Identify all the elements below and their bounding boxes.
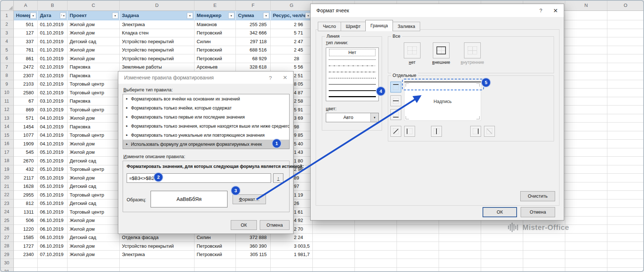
empty-cell[interactable] <box>607 225 644 234</box>
cell[interactable]: 02.10.2019 <box>38 71 67 80</box>
tab-граница[interactable]: Граница <box>365 20 393 31</box>
cell[interactable]: 1585 <box>14 234 38 242</box>
cell[interactable]: Детский сад <box>67 182 120 191</box>
row-number[interactable]: 3 <box>0 29 14 38</box>
filter-dropdown-button[interactable]: ▼ <box>112 12 118 18</box>
empty-cell[interactable] <box>607 97 644 106</box>
cell[interactable]: 2117 <box>14 174 38 182</box>
cell[interactable]: 1628 <box>14 182 38 191</box>
empty-cell[interactable] <box>439 259 481 268</box>
cell[interactable]: 571 <box>14 114 38 123</box>
row-number[interactable]: 8 <box>0 71 14 80</box>
column-header-E[interactable]: Менеджер▼ <box>194 11 236 20</box>
empty-cell[interactable] <box>565 97 607 106</box>
empty-cell[interactable] <box>355 242 397 251</box>
column-letter-F[interactable]: F <box>236 0 271 11</box>
column-header-F[interactable]: Сумма▼ <box>236 11 271 20</box>
row-number[interactable]: 23 <box>0 199 14 208</box>
line-style-none-option[interactable]: Нет <box>329 49 376 57</box>
cell[interactable]: Арсеньев <box>194 63 236 72</box>
help-icon[interactable]: ? <box>540 8 542 13</box>
cell[interactable]: 255 285 <box>236 20 271 29</box>
formula-input[interactable] <box>127 173 271 183</box>
cell[interactable]: 06.10.2019 <box>38 242 67 251</box>
cell[interactable]: Петровский <box>194 46 236 55</box>
cell[interactable]: 869 <box>14 106 38 114</box>
row-number[interactable]: 21 <box>0 182 14 191</box>
filter-dropdown-button[interactable]: ▼ <box>30 12 36 18</box>
cell[interactable]: Кладка стен <box>120 29 194 38</box>
row-number[interactable]: 1 <box>0 11 14 20</box>
cell[interactable]: 68 929 <box>236 54 271 63</box>
right-border-button[interactable] <box>470 126 481 137</box>
empty-cell[interactable] <box>481 268 523 272</box>
filter-dropdown-button[interactable]: ▼ <box>187 12 193 18</box>
row-number[interactable]: 22 <box>0 191 14 199</box>
cell[interactable]: 3 003,5 <box>271 242 313 251</box>
cancel-button[interactable]: Отмена <box>260 220 290 230</box>
rule-type-option[interactable]: ►Форматировать все ячейки на основании и… <box>123 94 289 103</box>
cell[interactable]: Жилой дом <box>67 114 120 123</box>
empty-cell[interactable] <box>397 251 439 259</box>
cell[interactable]: 05.10.2019 <box>38 174 67 182</box>
cell[interactable]: Жилой дом <box>67 140 120 148</box>
cell[interactable] <box>194 259 236 268</box>
cell[interactable]: Жилой дом <box>67 174 120 182</box>
empty-cell[interactable] <box>565 157 607 165</box>
empty-cell[interactable] <box>607 234 644 242</box>
bottom-border-button[interactable] <box>390 109 401 120</box>
tab-число[interactable]: Число <box>318 22 341 31</box>
cell[interactable] <box>14 268 38 272</box>
clear-button[interactable]: Очистить <box>520 191 555 201</box>
cell[interactable]: 28 <box>271 54 313 63</box>
row-number[interactable]: 6 <box>0 54 14 63</box>
top-border-button[interactable] <box>390 82 401 92</box>
empty-cell[interactable] <box>397 259 439 268</box>
cell[interactable]: Торговый центр <box>67 208 120 217</box>
column-header-A[interactable]: Номер▼ <box>14 11 38 20</box>
column-header-C[interactable]: Проект▼ <box>67 11 120 20</box>
cell[interactable]: Детский сад <box>67 37 120 46</box>
empty-cell[interactable] <box>607 71 644 80</box>
cell[interactable]: Парковка <box>67 97 120 106</box>
line-style-option-dotted[interactable] <box>329 57 376 63</box>
empty-cell[interactable] <box>565 165 607 174</box>
cell[interactable]: 297 118 <box>236 37 271 46</box>
empty-cell[interactable] <box>565 29 607 38</box>
row-number[interactable]: 15 <box>0 131 14 140</box>
tab-шрифт[interactable]: Шрифт <box>341 22 366 31</box>
cell[interactable]: 2 24 <box>271 234 313 242</box>
line-style-option-dashed[interactable] <box>329 75 376 81</box>
rule-type-option[interactable]: ►Форматировать только первые или последн… <box>123 112 289 121</box>
empty-cell[interactable] <box>523 242 565 251</box>
cell[interactable]: 04.10.2019 <box>38 131 67 140</box>
cell[interactable]: 02.10.2019 <box>38 63 67 72</box>
empty-cell[interactable] <box>607 251 644 259</box>
empty-cell[interactable] <box>565 268 607 272</box>
empty-cell[interactable] <box>607 208 644 217</box>
empty-cell[interactable] <box>397 242 439 251</box>
cell[interactable]: 305 115 <box>236 251 271 259</box>
row-number[interactable]: 4 <box>0 37 14 46</box>
empty-cell[interactable] <box>607 88 644 97</box>
empty-cell[interactable] <box>565 37 607 46</box>
cell[interactable]: Жилой дом <box>67 46 120 55</box>
cell[interactable]: 07.10.2019 <box>38 251 67 259</box>
cell[interactable]: 04.10.2019 <box>38 114 67 123</box>
cell[interactable]: Торговый центр <box>67 191 120 199</box>
color-dropdown[interactable]: Авто ▼ <box>326 113 379 122</box>
row-number[interactable]: 29 <box>0 251 14 259</box>
cell[interactable]: Торговый центр <box>67 88 120 97</box>
empty-cell[interactable] <box>607 131 644 140</box>
cell[interactable]: 05.10.2019 <box>38 182 67 191</box>
empty-cell[interactable] <box>565 234 607 242</box>
empty-cell[interactable] <box>607 182 644 191</box>
empty-cell[interactable] <box>439 251 481 259</box>
preset-none-button[interactable] <box>404 42 421 58</box>
empty-cell[interactable] <box>607 123 644 131</box>
empty-cell[interactable] <box>565 199 607 208</box>
row-number[interactable]: 31 <box>0 268 14 272</box>
cell[interactable]: Парковка <box>67 123 120 131</box>
row-number[interactable]: 26 <box>0 225 14 234</box>
cell[interactable]: 2340 <box>14 251 38 259</box>
